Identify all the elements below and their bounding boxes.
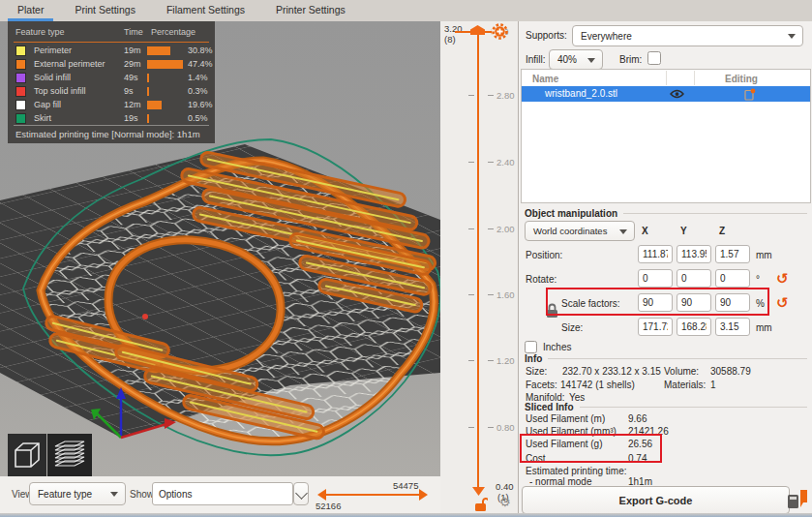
object-name: wristband_2.0.stl (545, 88, 617, 99)
export-sd-card-icon[interactable] (786, 487, 811, 514)
feature-color-swatch (15, 59, 26, 70)
size-x-input[interactable] (638, 318, 673, 336)
reset-rotation-icon[interactable]: ↺ (776, 271, 789, 286)
layer-slider-track[interactable] (477, 32, 479, 490)
scale-x-input[interactable] (638, 293, 673, 312)
export-gcode-label: Export G-code (619, 495, 693, 506)
eye-icon[interactable] (670, 89, 684, 99)
print-legend: Feature type Time Percentage Perimeter 1… (8, 21, 215, 143)
chevron-down-icon (587, 58, 595, 67)
view-mode-3d-button[interactable] (8, 434, 46, 476)
size-y-input[interactable] (677, 318, 711, 336)
object-list: Name Editing wristband_2.0.stl (521, 69, 811, 203)
feature-percentage: 30.8% (188, 46, 213, 55)
range-slider-right-arrow[interactable] (419, 489, 434, 501)
range-max-value: 54475 (393, 480, 418, 491)
show-options-input[interactable]: Options (152, 482, 293, 505)
percentage-bar (147, 114, 149, 123)
position-y-input[interactable] (677, 245, 711, 263)
estimated-time-title: Estimated printing time: (526, 466, 627, 476)
legend-row: Perimeter 19m 30.8% (8, 45, 215, 58)
percentage-bar (147, 101, 162, 109)
tick-mark (488, 427, 494, 428)
tab-filament-settings[interactable]: Filament Settings (157, 0, 255, 21)
reset-scale-icon[interactable]: ↺ (776, 295, 789, 310)
show-label: Show (130, 489, 154, 500)
axis-header-z: Z (719, 226, 725, 236)
scale-z-input[interactable] (715, 293, 750, 312)
tick-mark (468, 360, 474, 361)
feature-percentage: 19.6% (188, 100, 213, 109)
view-mode-layers-button[interactable] (47, 434, 92, 476)
scale-y-input[interactable] (677, 293, 711, 312)
chevron-down-icon (619, 229, 627, 238)
feature-label: Top solid infill (34, 86, 86, 96)
percentage-bar (147, 87, 149, 96)
add-color-change-icon[interactable] (492, 23, 508, 40)
coordinates-dropdown[interactable]: World coordinates (525, 221, 635, 241)
info-materials-value: 1 (710, 380, 716, 390)
export-gcode-button[interactable]: Export G-code (522, 486, 790, 514)
rotate-unit: ° (756, 274, 760, 285)
tick-label: 2.00 (496, 224, 515, 234)
inches-checkbox[interactable] (525, 341, 537, 353)
tick-mark (468, 162, 474, 163)
tab-plater[interactable]: Plater (8, 0, 53, 21)
lock-icon[interactable] (546, 303, 558, 319)
position-z-input[interactable] (715, 245, 750, 263)
column-header-name[interactable]: Name (532, 74, 558, 84)
feature-label: Perimeter (34, 46, 72, 55)
legend-row: Solid infill 49s 1.4% (8, 72, 215, 85)
slider-settings-gear-icon[interactable]: ⚙ (499, 495, 511, 509)
used-filament-mm3-label: Used Filament (mm³) (526, 426, 617, 437)
column-header-editing[interactable]: Editing (725, 74, 758, 84)
legend-col-percentage: Percentage (151, 27, 195, 37)
cube-icon (12, 441, 43, 470)
supports-dropdown[interactable]: Everywhere (572, 25, 803, 46)
layer-bottom-height: 0.40 (496, 481, 514, 492)
rotate-x-input[interactable] (638, 269, 673, 288)
infill-dropdown[interactable]: 40% (549, 49, 603, 70)
rotate-y-input[interactable] (677, 269, 711, 288)
tick-mark (468, 427, 474, 428)
brim-checkbox[interactable] (647, 51, 661, 65)
view-mode-dropdown[interactable]: Feature type (29, 482, 126, 505)
info-volume-value: 30588.79 (710, 366, 751, 377)
tick-mark (488, 162, 494, 163)
unlock-icon[interactable] (474, 497, 488, 512)
layer-slider-lower-handle[interactable] (472, 487, 485, 496)
3d-viewport[interactable]: Feature type Time Percentage Perimeter 1… (0, 21, 440, 476)
legend-row: Gap fill 12m 19.6% (8, 99, 215, 112)
axis-header-y: Y (680, 226, 687, 236)
range-min-value: 52166 (316, 501, 341, 511)
feature-label: Gap fill (34, 100, 61, 109)
feature-time: 9s (124, 86, 134, 96)
tick-mark (488, 294, 494, 295)
range-slider-track[interactable] (320, 494, 419, 496)
infill-value: 40% (550, 54, 584, 65)
position-x-input[interactable] (638, 245, 673, 263)
cost-value: 0.74 (628, 453, 647, 464)
show-options-expander[interactable] (293, 482, 309, 505)
tick-mark (488, 95, 494, 96)
feature-time: 19s (124, 113, 138, 123)
feature-label: Solid infill (34, 73, 71, 82)
legend-row: External perimeter 29m 47.4% (8, 58, 215, 72)
tab-printer-settings[interactable]: Printer Settings (266, 0, 355, 21)
edit-object-icon[interactable] (744, 88, 756, 101)
size-z-input[interactable] (715, 318, 750, 336)
infill-label: Infill: (526, 54, 546, 65)
feature-time: 19m (124, 46, 141, 55)
feature-percentage: 0.3% (188, 86, 208, 96)
tab-print-settings[interactable]: Print Settings (65, 0, 144, 21)
main-tab-bar: Plater Print Settings Filament Settings … (0, 0, 812, 21)
layer-slider-upper-handle[interactable] (470, 25, 485, 35)
object-row-selected[interactable]: wristband_2.0.stl (522, 86, 810, 102)
percentage-bar (147, 74, 149, 82)
legend-col-time: Time (124, 27, 143, 37)
rotate-z-input[interactable] (715, 269, 750, 288)
tick-mark (488, 360, 494, 361)
brim-label: Brim: (619, 54, 642, 65)
feature-time: 29m (124, 59, 141, 69)
size-label: Size: (561, 322, 583, 333)
